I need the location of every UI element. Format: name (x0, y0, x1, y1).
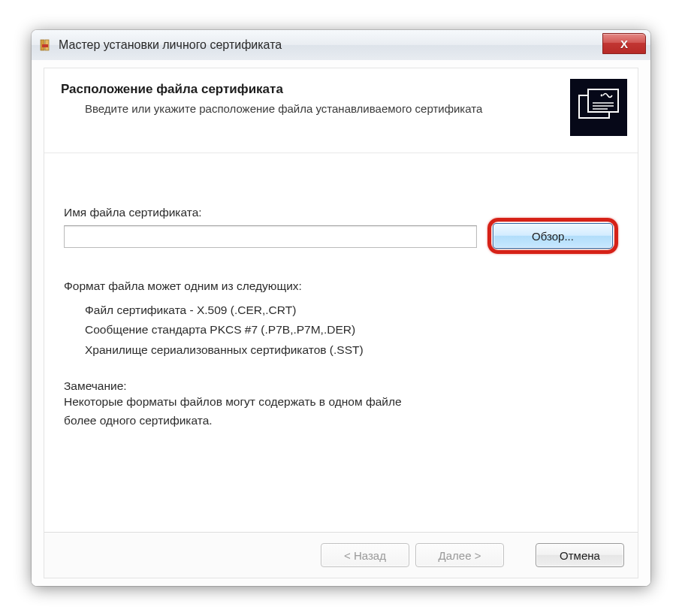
browse-highlight-wrap: Обзор... (487, 218, 618, 254)
app-icon (39, 38, 53, 52)
next-button-label: Далее > (439, 549, 481, 562)
back-button-label: < Назад (344, 549, 386, 562)
filename-input[interactable] (64, 225, 477, 248)
wizard-window: Мастер установки личного сертификата X Р… (32, 30, 650, 586)
format-list: Файл сертификата - X.509 (.CER,.CRT) Соо… (64, 300, 618, 360)
cancel-button[interactable]: Отмена (536, 543, 624, 567)
titlebar: Мастер установки личного сертификата X (32, 30, 650, 61)
format-item: Хранилище сериализованных сертификатов (… (85, 340, 618, 360)
note-text-line-1: Некоторые форматы файлов могут содержать… (64, 393, 618, 412)
close-icon: X (620, 38, 628, 50)
back-button[interactable]: < Назад (321, 543, 409, 567)
close-button[interactable]: X (602, 33, 646, 54)
content-area: Расположение файла сертификата Введите и… (32, 60, 650, 586)
filename-row: Обзор... (64, 225, 618, 254)
browse-button-label: Обзор... (532, 230, 574, 243)
window-title: Мастер установки личного сертификата (59, 38, 282, 52)
svg-point-6 (601, 95, 603, 97)
page-title: Расположение файла сертификата (61, 82, 624, 97)
format-item: Сообщение стандарта PKCS #7 (.P7B,.P7M,.… (85, 320, 618, 340)
format-title: Формат файла может одним из следующих: (64, 279, 618, 293)
page-subtitle: Введите или укажите расположение файла у… (61, 101, 551, 116)
content-panel: Расположение файла сертификата Введите и… (44, 68, 638, 578)
svg-rect-2 (42, 44, 48, 47)
note-title: Замечание: (64, 379, 618, 393)
note-text-line-2: более одного сертификата. (64, 412, 618, 430)
format-item: Файл сертификата - X.509 (.CER,.CRT) (85, 300, 618, 320)
certificate-icon (570, 79, 627, 136)
cancel-button-label: Отмена (560, 549, 600, 562)
browse-button[interactable]: Обзор... (493, 223, 613, 249)
wizard-footer: < Назад Далее > Отмена (44, 532, 638, 578)
wizard-header: Расположение файла сертификата Введите и… (44, 68, 638, 153)
wizard-body: Имя файла сертификата: Обзор... Формат ф… (44, 153, 638, 438)
next-button[interactable]: Далее > (415, 543, 504, 567)
